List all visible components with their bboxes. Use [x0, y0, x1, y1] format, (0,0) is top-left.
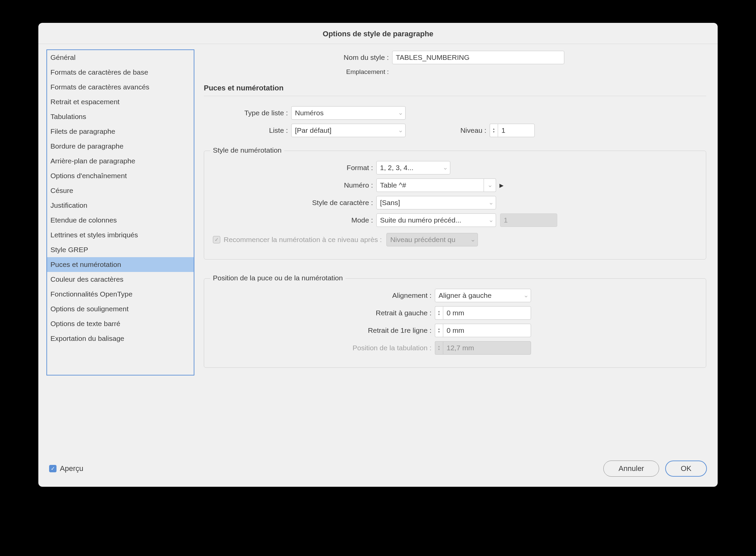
- sidebar-item-strikethrough[interactable]: Options de texte barré: [47, 316, 194, 331]
- dialog-title: Options de style de paragraphe: [38, 23, 718, 44]
- level-label: Niveau :: [405, 127, 490, 135]
- sidebar-item-char-color[interactable]: Couleur des caractères: [47, 272, 194, 287]
- number-label: Numéro :: [213, 181, 376, 189]
- stepper-arrows-icon: ▴▾: [435, 341, 443, 355]
- sidebar-item-general[interactable]: Général: [47, 50, 194, 65]
- sidebar-item-grep-style[interactable]: Style GREP: [47, 242, 194, 257]
- chevron-down-icon: ⌵: [444, 165, 447, 170]
- char-style-label: Style de caractère :: [213, 199, 376, 207]
- mode-start-input: [500, 213, 557, 227]
- sidebar-item-tabs[interactable]: Tabulations: [47, 109, 194, 124]
- chevron-down-icon: ⌵: [490, 200, 492, 205]
- sidebar-item-justification[interactable]: Justification: [47, 198, 194, 213]
- style-name-input[interactable]: [392, 51, 564, 64]
- alignment-label: Alignement :: [213, 291, 435, 300]
- dialog-content: Général Formats de caractères de base Fo…: [38, 44, 718, 452]
- mode-select[interactable]: Suite du numéro précéd... ⌵: [376, 213, 496, 227]
- alignment-select[interactable]: Aligner à gauche ⌵: [435, 289, 531, 302]
- restart-level-value: Niveau précédent qu: [390, 236, 455, 244]
- stepper-arrows-icon[interactable]: ▴▾: [435, 306, 443, 320]
- chevron-down-icon: ⌵: [471, 237, 474, 242]
- sidebar-item-basic-char[interactable]: Formats de caractères de base: [47, 65, 194, 80]
- stepper-arrows-icon[interactable]: ▴▾: [490, 124, 498, 137]
- chevron-down-icon: ⌵: [489, 182, 491, 188]
- sidebar-item-indent-spacing[interactable]: Retrait et espacement: [47, 95, 194, 109]
- cancel-button[interactable]: Annuler: [603, 460, 659, 477]
- stepper-arrows-icon[interactable]: ▴▾: [435, 324, 443, 337]
- ok-button[interactable]: OK: [665, 460, 707, 477]
- tab-pos-input: [443, 341, 531, 355]
- position-fieldset: Position de la puce ou de la numérotatio…: [204, 278, 706, 368]
- restart-label: Recommencer la numérotation à ce niveau …: [224, 236, 386, 244]
- main-panel: Nom du style : Emplacement : Puces et nu…: [204, 49, 710, 452]
- restart-level-select: Niveau précédent qu ⌵: [386, 233, 478, 246]
- sidebar-item-underline[interactable]: Options de soulignement: [47, 302, 194, 316]
- left-indent-input[interactable]: [443, 306, 531, 320]
- preview-label: Aperçu: [60, 464, 84, 473]
- chevron-down-icon: ⌵: [525, 293, 527, 298]
- numbering-style-legend: Style de numérotation: [210, 146, 284, 154]
- chevron-down-icon: ⌵: [490, 217, 492, 223]
- tab-pos-label: Position de la tabulation :: [213, 344, 435, 352]
- location-label: Emplacement :: [204, 68, 392, 76]
- paragraph-style-options-dialog: Options de style de paragraphe Général F…: [38, 23, 718, 487]
- first-line-stepper[interactable]: ▴▾: [435, 324, 531, 337]
- char-style-select[interactable]: [Sans] ⌵: [376, 196, 496, 209]
- sidebar-item-export-tagging[interactable]: Exportation du balisage: [47, 331, 194, 346]
- char-style-value: [Sans]: [380, 199, 400, 207]
- list-value: [Par défaut]: [295, 127, 332, 135]
- position-legend: Position de la puce ou de la numérotatio…: [210, 274, 346, 282]
- list-type-label: Type de liste :: [204, 109, 291, 117]
- sidebar-item-drop-caps[interactable]: Lettrines et styles imbriqués: [47, 228, 194, 242]
- alignment-value: Aligner à gauche: [438, 291, 492, 300]
- sidebar-item-span-columns[interactable]: Etendue de colonnes: [47, 213, 194, 228]
- number-dropdown-button[interactable]: ⌵: [484, 178, 496, 192]
- restart-checkbox: [213, 236, 220, 243]
- style-name-label: Nom du style :: [204, 54, 392, 62]
- list-label: Liste :: [204, 127, 291, 135]
- section-title: Puces et numérotation: [204, 84, 706, 93]
- section-divider: [204, 96, 706, 96]
- tab-pos-stepper: ▴▾: [435, 341, 531, 355]
- mode-value: Suite du numéro précéd...: [380, 216, 461, 224]
- first-line-label: Retrait de 1re ligne :: [213, 326, 435, 335]
- left-indent-stepper[interactable]: ▴▾: [435, 306, 531, 320]
- dialog-footer: Aperçu Annuler OK: [38, 452, 718, 487]
- mode-label: Mode :: [213, 216, 376, 224]
- sidebar-item-hyphenation[interactable]: Césure: [47, 183, 194, 198]
- category-sidebar[interactable]: Général Formats de caractères de base Fo…: [46, 49, 194, 376]
- format-value: 1, 2, 3, 4...: [380, 164, 413, 172]
- preview-toggle[interactable]: Aperçu: [49, 464, 84, 473]
- sidebar-item-para-bg[interactable]: Arrière-plan de paragraphe: [47, 153, 194, 168]
- chevron-down-icon: ⌵: [399, 128, 402, 133]
- sidebar-item-opentype[interactable]: Fonctionnalités OpenType: [47, 287, 194, 302]
- level-stepper[interactable]: ▴▾: [490, 124, 535, 137]
- chevron-down-icon: ⌵: [399, 110, 402, 116]
- sidebar-item-adv-char[interactable]: Formats de caractères avancés: [47, 80, 194, 95]
- sidebar-item-para-border[interactable]: Bordure de paragraphe: [47, 139, 194, 153]
- sidebar-item-bullets-numbering[interactable]: Puces et numérotation: [47, 257, 194, 272]
- sidebar-item-para-rules[interactable]: Filets de paragraphe: [47, 124, 194, 139]
- format-select[interactable]: 1, 2, 3, 4... ⌵: [376, 161, 450, 174]
- left-indent-label: Retrait à gauche :: [213, 309, 435, 317]
- triangle-right-icon[interactable]: ▶: [499, 182, 503, 188]
- first-line-input[interactable]: [443, 324, 531, 337]
- sidebar-item-keep[interactable]: Options d'enchaînement: [47, 168, 194, 183]
- level-input[interactable]: [498, 124, 535, 137]
- preview-checkbox[interactable]: [49, 465, 57, 472]
- list-type-value: Numéros: [295, 109, 324, 117]
- list-select[interactable]: [Par défaut] ⌵: [291, 124, 405, 137]
- format-label: Format :: [213, 164, 376, 172]
- numbering-style-fieldset: Style de numérotation Format : 1, 2, 3, …: [204, 150, 706, 259]
- list-type-select[interactable]: Numéros ⌵: [291, 106, 405, 120]
- number-input[interactable]: [376, 178, 484, 192]
